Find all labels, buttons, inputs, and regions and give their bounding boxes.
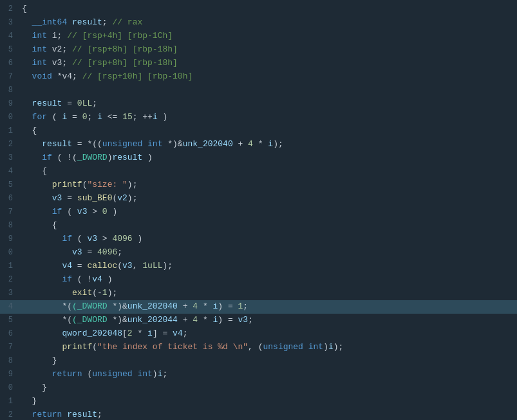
code-token: 4 — [248, 139, 253, 149]
code-token: i — [328, 342, 334, 352]
code-token: v4 — [173, 329, 183, 338]
code-line: 8 { — [0, 219, 517, 233]
code-token: v3; — [47, 58, 72, 68]
code-token: + — [178, 301, 193, 311]
code-line: 1 v4 = calloc(v3, 1uLL); — [0, 260, 517, 273]
code-token: ; — [117, 247, 122, 257]
line-content: if ( v3 > 0 ) — [18, 205, 517, 219]
code-line: 2{ — [0, 3, 517, 16]
code-token: i; — [47, 31, 67, 41]
line-number: 0 — [0, 111, 18, 124]
line-content: void *v4; // [rsp+10h] [rbp-10h] — [18, 70, 517, 84]
code-token: unsigned int — [102, 139, 163, 149]
line-content: result = *((unsigned int *)&unk_202040 +… — [18, 138, 517, 151]
code-line: 4 int i; // [rsp+4h] [rbp-1Ch] — [0, 30, 517, 43]
code-line: 0 for ( i = 0; i <= 15; ++i ) — [0, 111, 517, 124]
code-line: 7 if ( v3 > 0 ) — [0, 205, 517, 219]
code-token: } — [22, 396, 37, 406]
code-token: ) — [158, 112, 168, 122]
code-token: result — [72, 17, 102, 27]
code-token: 15 — [122, 112, 133, 122]
code-token: unsigned int — [263, 342, 324, 352]
code-token: ) — [142, 153, 153, 162]
line-number: 8 — [0, 354, 18, 368]
line-number: 7 — [0, 341, 18, 354]
code-token: // [rsp+4h] [rbp-1Ch] — [67, 31, 173, 41]
code-token: * — [253, 139, 268, 149]
line-number: 3 — [0, 287, 18, 300]
code-token — [22, 193, 52, 203]
code-token: } — [22, 356, 57, 365]
line-number: 6 — [0, 57, 18, 70]
code-token — [22, 31, 32, 41]
code-token — [22, 329, 62, 338]
code-token: ; — [92, 99, 97, 108]
code-token: ) — [133, 234, 143, 243]
line-content: if ( v3 > 4096 ) — [18, 233, 517, 246]
line-number: 9 — [0, 233, 18, 246]
line-number: 3 — [0, 151, 18, 165]
code-line: 5 int v2; // [rsp+8h] [rbp-18h] — [0, 43, 517, 57]
code-token: 0LL — [77, 99, 92, 108]
code-token: v2; — [47, 44, 72, 54]
code-token: // [rsp+8h] [rbp-18h] — [72, 58, 178, 68]
code-token: } — [22, 383, 47, 392]
line-number: 7 — [0, 70, 18, 84]
code-token: exit — [72, 288, 92, 298]
code-token — [22, 261, 62, 271]
code-line: 0 v3 = 4096; — [0, 246, 517, 260]
line-content: if ( !(_DWORD)result ) — [18, 151, 517, 165]
code-token: result — [112, 153, 142, 162]
code-line: 5 printf("size: "); — [0, 178, 517, 192]
line-content: { — [18, 165, 517, 178]
code-token: 4 — [193, 315, 198, 325]
code-token: ; — [243, 301, 248, 311]
code-token: // [rsp+8h] [rbp-18h] — [72, 44, 178, 54]
line-number: 0 — [0, 246, 18, 260]
line-content: int v2; // [rsp+8h] [rbp-18h] — [18, 43, 517, 57]
line-content: *((_DWORD *)&unk_202044 + 4 * i) = v3; — [18, 314, 517, 327]
code-token: v3 — [87, 234, 97, 243]
code-token: > — [87, 207, 102, 216]
code-token: = — [62, 193, 77, 203]
line-content: result = 0LL; — [18, 97, 517, 111]
code-token — [22, 112, 32, 122]
code-token: int — [32, 31, 47, 41]
line-number: 8 — [0, 84, 18, 97]
line-content: v4 = calloc(v3, 1uLL); — [18, 260, 517, 273]
code-token: ); — [334, 342, 344, 352]
code-token: ) — [102, 274, 113, 284]
code-token: [ — [122, 329, 127, 338]
code-token: ( — [47, 112, 62, 122]
code-token: if — [62, 234, 72, 243]
line-content: exit(-1); — [18, 287, 517, 300]
code-token: unsigned int — [92, 369, 153, 379]
code-token: "size: " — [87, 180, 127, 189]
code-token: // rax — [112, 17, 142, 27]
code-line: 4 *((_DWORD *)&unk_202040 + 4 * i) = 1; — [0, 300, 517, 314]
line-content: } — [18, 395, 517, 408]
code-token: v3 — [238, 315, 249, 325]
code-token: = *(( — [72, 139, 102, 149]
code-token: i — [153, 112, 158, 122]
code-token: ; ++ — [133, 112, 153, 122]
code-token — [22, 139, 42, 149]
code-token: *( — [22, 315, 72, 325]
code-token: int — [32, 44, 47, 54]
code-token: ); — [273, 139, 283, 149]
line-content: { — [18, 124, 517, 138]
code-token: printf — [52, 180, 82, 189]
code-token: ( — [72, 234, 87, 243]
code-token: result — [42, 139, 72, 149]
line-number: 0 — [0, 381, 18, 395]
code-token: { — [22, 126, 37, 135]
code-token: , ( — [248, 342, 263, 352]
code-token: ; — [87, 112, 97, 122]
code-token: ( — [62, 207, 77, 216]
line-number: 7 — [0, 205, 18, 219]
code-token: // [rsp+10h] [rbp-10h] — [82, 72, 193, 81]
code-token — [22, 369, 52, 379]
code-token: ( — [92, 342, 97, 352]
code-line: 9 return (unsigned int)i; — [0, 368, 517, 381]
line-number: 3 — [0, 16, 18, 30]
